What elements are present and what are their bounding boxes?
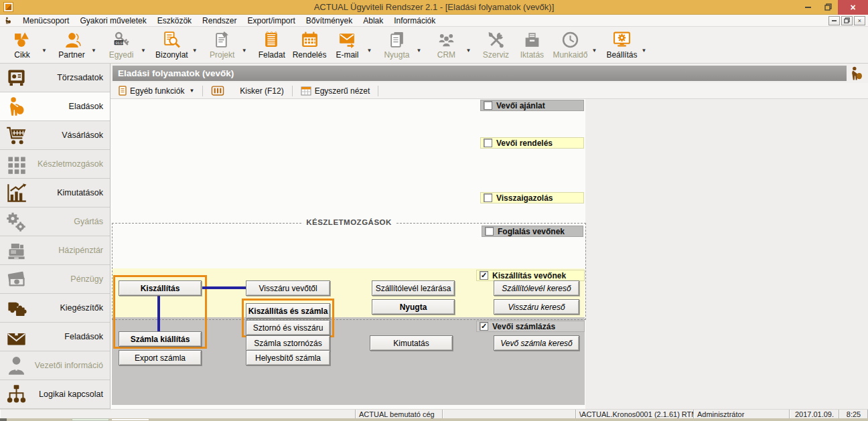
menu-export-import[interactable]: Export/import <box>242 16 300 25</box>
kiszallitas-es-szamla-button[interactable]: Kiszállítás és számla <box>246 303 330 319</box>
gears-icon <box>5 211 32 233</box>
egyedi-key-icon: 0110 <box>113 29 131 50</box>
checkbox-vevoi-rendeles[interactable]: Vevői rendelés <box>480 137 584 149</box>
panel-title: Eladási folyamatok (vevők) <box>113 66 847 81</box>
sidebar-item-kimutatasok[interactable]: Kimutatások <box>0 179 110 207</box>
toolbar-iktatas[interactable]: Iktatás <box>515 29 549 60</box>
content-area: Eladási folyamatok (vevők) Egyéb funkció… <box>111 64 868 409</box>
checkbox-box[interactable] <box>480 271 488 280</box>
menu-bovitmenyek[interactable]: Bővítmények <box>301 16 358 25</box>
status-time: 8:25 <box>839 410 868 418</box>
vevo-szamla-kereso-button[interactable]: Vevő számla kereső <box>494 335 579 351</box>
szallitolevel-kereso-button[interactable]: Szállítólevél kereső <box>494 280 579 296</box>
status-database: \ACTUAL.Kronos0001 (2.1.61) RTM <box>576 410 694 418</box>
window-title: ACTUAL Ügyviteli Rendszer 2.1 - [Eladási… <box>0 2 868 12</box>
szallitolevel-lezarasa-button[interactable]: Szállítólevél lezárása <box>372 280 455 296</box>
menu-menucsoport[interactable]: Menücsoport <box>17 16 74 25</box>
nyugta-receipts-icon <box>388 29 406 50</box>
iktatas-archive-icon <box>523 29 541 50</box>
toolbar-munkaido[interactable]: Munkaidő <box>551 29 589 60</box>
menubar: Menücsoport Gyakori műveletek Eszközök R… <box>0 15 868 27</box>
munkaido-clock-icon <box>561 29 579 50</box>
toolbar-crm[interactable]: CRM <box>429 29 463 60</box>
window-minimize-button[interactable] <box>798 0 818 15</box>
menu-gyakori-muveletek[interactable]: Gyakori műveletek <box>74 16 151 25</box>
status-date: 2017.01.09. <box>790 410 839 418</box>
nyugta-button[interactable]: Nyugta <box>372 299 455 315</box>
sidebar-item-eladasok[interactable]: Eladások <box>0 92 110 121</box>
sidebar-item-torzsadatok[interactable]: Törzsadatok <box>0 64 110 92</box>
connector-horizontal <box>202 286 246 289</box>
mdi-restore-button[interactable] <box>841 16 853 25</box>
toolbar-rendeles[interactable]: Rendelés <box>291 29 328 60</box>
munkaido-dropdown-arrow[interactable]: ▼ <box>591 48 601 54</box>
nyugta-dropdown-arrow[interactable]: ▼ <box>416 48 425 54</box>
toolbar-nyugta[interactable]: Nyugta <box>380 29 413 60</box>
sidebar-item-logikai-kapcsolat[interactable]: Logikai kapcsolat <box>0 380 110 409</box>
toolbar-bizonylat[interactable]: Bizonylat <box>154 29 190 60</box>
status-company: ACTUAL bemutató cég <box>356 410 443 418</box>
toolbar-partner[interactable]: Partner <box>55 29 88 60</box>
checkbox-box[interactable] <box>484 139 492 147</box>
egyeb-funkciok-button[interactable]: Egyéb funkciók ▼ <box>115 84 198 97</box>
window-close-button[interactable]: × <box>838 0 868 15</box>
toolbar-szerviz[interactable]: Szerviz <box>479 29 512 60</box>
sidebar-item-penzugy[interactable]: Pénzügy <box>0 265 110 294</box>
mdi-minimize-button[interactable] <box>828 16 840 25</box>
egyedi-dropdown-arrow[interactable]: ▼ <box>141 48 150 54</box>
toolbar-beallitas[interactable]: Beállítás <box>605 29 638 60</box>
shopping-cart-icon <box>5 124 32 147</box>
checkbox-kiszallitas-vevonek[interactable]: Kiszállítás vevőnek <box>476 270 585 281</box>
toolbar-projekt[interactable]: Projekt <box>206 29 239 60</box>
sidebar-item-feladasok[interactable]: Feladások <box>0 323 110 351</box>
sidebar-item-hazipenztar[interactable]: Házipénztár <box>0 236 110 265</box>
checkbox-vevoi-szamlazas[interactable]: Vevői számlázás <box>476 321 585 332</box>
crm-dropdown-arrow[interactable]: ▼ <box>465 48 475 54</box>
bizonylat-dropdown-arrow[interactable]: ▼ <box>192 48 202 54</box>
app-window: ACTUAL Ügyviteli Rendszer 2.1 - [Eladási… <box>0 0 868 421</box>
checkbox-visszaigazolas[interactable]: Visszaigazolás <box>480 192 584 203</box>
window-restore-button[interactable] <box>818 0 838 15</box>
svg-text:0110: 0110 <box>115 40 125 45</box>
toolbar-email[interactable]: E-mail <box>330 29 364 60</box>
menu-rendszer[interactable]: Rendszer <box>197 16 242 25</box>
sidebar-item-keszletmozgasok[interactable]: Készletmozgások <box>0 150 110 179</box>
rendeles-calendar-icon <box>301 29 319 50</box>
helyesbito-szamla-button[interactable]: Helyesbítő számla <box>246 350 330 365</box>
sidebar: Törzsadatok Eladások Vásárlások Készletm… <box>0 64 111 409</box>
sidebar-item-gyartas[interactable]: Gyártás <box>0 207 110 236</box>
checkbox-foglalas-vevonek[interactable]: Foglalás vevőnek <box>482 226 583 237</box>
visszaru-vevotol-button[interactable]: Visszáru vevőtől <box>246 280 330 296</box>
sidebar-item-vezetoi-informacio[interactable]: Vezetői információ <box>0 351 110 380</box>
email-dropdown-arrow[interactable]: ▼ <box>366 48 376 54</box>
sztorno-es-visszaru-button[interactable]: Sztornó és visszáru <box>246 320 330 335</box>
export-szamla-button[interactable]: Export számla <box>119 350 202 365</box>
checkbox-box[interactable] <box>484 101 492 110</box>
statusbar: ACTUAL bemutató cég \ACTUAL.Kronos0001 (… <box>0 409 868 418</box>
checkbox-vevoi-ajanlat[interactable]: Vevői ajánlat <box>480 100 584 111</box>
kiszallitas-button[interactable]: Kiszállítás <box>119 280 202 296</box>
mdi-close-button[interactable]: × <box>854 16 865 25</box>
kimutatas-button[interactable]: Kimutatás <box>370 335 453 351</box>
visszaru-kereso-button[interactable]: Visszáru kereső <box>494 299 579 315</box>
flow-canvas: KÉSZLETMOZGÁSOK Vevői ajánlat Vevői rend… <box>111 99 868 409</box>
checkbox-box[interactable] <box>480 322 488 331</box>
toolbar-cikk[interactable]: Cikk <box>5 29 39 60</box>
kisker-button[interactable]: Kisker (F12) <box>207 84 287 97</box>
beallitas-dropdown-arrow[interactable]: ▼ <box>641 48 650 54</box>
checkbox-box[interactable] <box>484 193 492 202</box>
sidebar-item-vasarlasok[interactable]: Vásárlások <box>0 121 110 150</box>
sidebar-item-kiegeszitok[interactable]: Kiegészítők <box>0 294 110 323</box>
menu-eszkozok[interactable]: Eszközök <box>152 16 197 25</box>
toolbar-egyedi[interactable]: 0110 Egyedi <box>104 29 138 60</box>
projekt-dropdown-arrow[interactable]: ▼ <box>242 48 251 54</box>
cikk-dropdown-arrow[interactable]: ▼ <box>42 48 51 54</box>
partner-dropdown-arrow[interactable]: ▼ <box>91 48 100 54</box>
szamla-kiallitas-button[interactable]: Számla kiállítás <box>119 331 202 347</box>
toolbar-feladat[interactable]: Feladat <box>255 29 289 60</box>
menu-ablak[interactable]: Ablak <box>358 16 388 25</box>
checkbox-box[interactable] <box>485 227 494 236</box>
menu-informaciok[interactable]: Információk <box>388 16 441 25</box>
szamla-sztornozas-button[interactable]: Számla sztornózás <box>246 335 330 351</box>
egyszeru-nezet-button[interactable]: Egyszerű nézet <box>297 85 374 97</box>
